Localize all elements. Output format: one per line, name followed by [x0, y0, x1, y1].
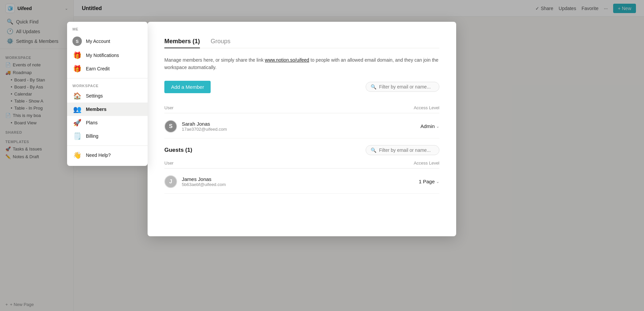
guest-name: James Jonas [182, 176, 226, 182]
chevron-down-icon: ⌄ [436, 124, 439, 129]
guest-details: James Jonas 5b63aebf@uifeed.com [182, 176, 226, 187]
my-account-item[interactable]: S My Account [67, 34, 148, 49]
guest-avatar: J [164, 175, 177, 188]
search-icon: 🔍 [371, 84, 376, 89]
guest-user-info: J James Jonas 5b63aebf@uifeed.com [164, 175, 226, 188]
me-section-label: ME [67, 26, 148, 34]
members-modal: Members (1) Groups Manage members here, … [148, 22, 456, 236]
member-filter-input[interactable] [379, 84, 433, 89]
earn-credit-item[interactable]: 🎁 Earn Credit [67, 62, 148, 75]
modal-actions: Add a Member 🔍 [164, 81, 439, 93]
guest-access-label: 1 Page [419, 179, 435, 184]
guests-header: Guests (1) 🔍 [164, 145, 439, 155]
guests-table-header: User Access Level [164, 158, 439, 169]
settings-item[interactable]: 🏠 Settings [67, 89, 148, 103]
settings-icon: 🏠 [72, 92, 82, 100]
user-column-header: User [164, 105, 173, 110]
my-notifications-label: My Notifications [86, 53, 119, 58]
member-filter-wrap[interactable]: 🔍 [366, 82, 439, 92]
workspace-section-label: WORKSPACE [67, 81, 148, 89]
member-row: S Sarah Jonas 17ae3702@uifeed.com Admin … [164, 115, 439, 138]
help-icon: 👋 [72, 151, 82, 159]
my-notifications-item[interactable]: 🎁 My Notifications [67, 49, 148, 62]
guest-filter-input[interactable] [379, 147, 433, 153]
divider2 [67, 145, 148, 146]
dropdown-menu: ME S My Account 🎁 My Notifications 🎁 Ear… [67, 22, 148, 166]
member-access-level[interactable]: Admin ⌄ [420, 123, 439, 129]
member-email: 17ae3702@uifeed.com [182, 127, 227, 132]
need-help-label: Need Help? [86, 152, 111, 158]
billing-label: Billing [86, 133, 98, 139]
member-details: Sarah Jonas 17ae3702@uifeed.com [182, 121, 227, 132]
member-user-info: S Sarah Jonas 17ae3702@uifeed.com [164, 120, 227, 133]
earn-credit-label: Earn Credit [86, 66, 110, 71]
guest-filter-wrap[interactable]: 🔍 [366, 145, 439, 155]
modal-description: Manage members here, or simply share the… [164, 56, 439, 71]
access-label: Admin [420, 123, 435, 129]
members-item[interactable]: 👥 Members [67, 103, 148, 116]
tab-members[interactable]: Members (1) [164, 35, 200, 48]
guest-email: 5b63aebf@uifeed.com [182, 182, 226, 187]
add-member-button[interactable]: Add a Member [164, 81, 211, 93]
notifications-icon: 🎁 [72, 51, 82, 59]
modal-tabs: Members (1) Groups [164, 35, 439, 48]
account-avatar: S [72, 37, 82, 46]
chevron-down-icon: ⌄ [436, 179, 439, 184]
plans-label: Plans [86, 120, 98, 125]
guests-title: Guests (1) [164, 147, 192, 153]
workspace-link[interactable]: www.notion.so/uifeed [265, 57, 309, 63]
members-table-header: User Access Level [164, 103, 439, 113]
plans-icon: 🚀 [72, 119, 82, 127]
my-account-label: My Account [86, 39, 110, 44]
guest-row: J James Jonas 5b63aebf@uifeed.com 1 Page… [164, 170, 439, 194]
member-name: Sarah Jonas [182, 121, 227, 127]
guest-access-level[interactable]: 1 Page ⌄ [419, 179, 439, 184]
billing-item[interactable]: 🗒️ Billing [67, 129, 148, 143]
tab-groups[interactable]: Groups [211, 35, 230, 48]
guests-access-column-header: Access Level [414, 161, 439, 166]
plans-item[interactable]: 🚀 Plans [67, 116, 148, 129]
divider [67, 78, 148, 78]
member-avatar: S [164, 120, 177, 133]
search-icon: 🔍 [371, 147, 376, 153]
earn-credit-icon: 🎁 [72, 65, 82, 73]
settings-label: Settings [86, 93, 103, 99]
access-column-header: Access Level [414, 105, 439, 110]
members-label: Members [86, 107, 106, 112]
guests-user-column-header: User [164, 161, 173, 166]
need-help-item[interactable]: 👋 Need Help? [67, 148, 148, 162]
billing-icon: 🗒️ [72, 132, 82, 140]
members-icon: 👥 [72, 105, 82, 113]
